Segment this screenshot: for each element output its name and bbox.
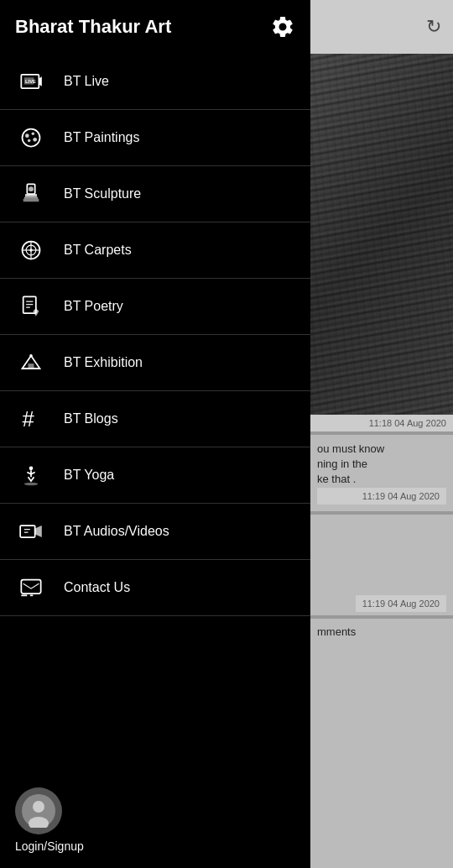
sidebar-item-bt-live[interactable]: LIVE BT Live	[0, 54, 310, 110]
bottom-card-text: mments	[317, 625, 446, 638]
sidebar-item-bt-paintings[interactable]: BT Paintings	[0, 110, 310, 166]
refresh-icon[interactable]: ↻	[426, 16, 441, 38]
sidebar-header: Bharat Thakur Art	[0, 0, 310, 54]
svg-rect-9	[25, 194, 37, 197]
svg-point-26	[29, 467, 34, 471]
sidebar-item-bt-audios-videos[interactable]: BT Audios/Videos	[0, 504, 310, 560]
svg-point-27	[24, 483, 38, 486]
sidebar-label-bt-exhibition: BT Exhibition	[64, 355, 143, 370]
audios-videos-icon	[15, 515, 47, 547]
sidebar-label-contact-us: Contact Us	[64, 580, 130, 595]
svg-rect-11	[23, 199, 39, 202]
timestamp-1: 11:18 04 Aug 2020	[310, 415, 453, 431]
svg-point-3	[23, 129, 40, 147]
sidebar-label-bt-yoga: BT Yoga	[64, 468, 114, 483]
sidebar-footer: Login/Signup	[0, 772, 310, 868]
sidebar-item-bt-carpets[interactable]: BT Carpets	[0, 222, 310, 279]
sidebar-item-bt-poetry[interactable]: BT Poetry	[0, 279, 310, 335]
gear-icon[interactable]	[270, 14, 295, 39]
sidebar-label-bt-sculpture: BT Sculpture	[64, 186, 141, 201]
app-title: Bharat Thakur Art	[15, 16, 171, 38]
svg-point-6	[33, 138, 37, 142]
sidebar-item-contact-us[interactable]: Contact Us	[0, 560, 310, 616]
sidebar: Bharat Thakur Art LIVE BT Live	[0, 0, 310, 868]
sidebar-label-bt-live: BT Live	[64, 74, 109, 89]
svg-point-22	[29, 354, 33, 358]
text-card: ou must know ning in the ke that . 11:19…	[310, 435, 453, 511]
sidebar-item-bt-exhibition[interactable]: BT Exhibition	[0, 335, 310, 391]
avatar[interactable]	[15, 787, 62, 834]
sidebar-label-bt-paintings: BT Paintings	[64, 130, 139, 145]
content-image-1	[310, 54, 453, 415]
svg-rect-24	[29, 363, 34, 369]
svg-text:LIVE: LIVE	[25, 79, 36, 84]
timestamp-2: 11:19 04 Aug 2020	[317, 488, 446, 505]
poetry-icon	[15, 290, 47, 322]
paintings-icon	[15, 122, 47, 154]
bottom-card: mments	[310, 619, 453, 868]
svg-text:#: #	[23, 407, 35, 431]
exhibition-icon	[15, 347, 47, 379]
carpets-icon	[15, 234, 47, 266]
svg-point-7	[28, 139, 31, 143]
live-icon: LIVE	[15, 65, 47, 97]
svg-rect-31	[21, 580, 40, 593]
contact-icon	[15, 572, 47, 604]
sidebar-label-bt-blogs: BT Blogs	[64, 411, 118, 426]
nav-list: LIVE BT Live BT Paintings	[0, 54, 310, 772]
text-card-content: ou must know ning in the ke that .	[317, 442, 446, 488]
sidebar-label-bt-audios-videos: BT Audios/Videos	[64, 524, 169, 539]
sidebar-item-bt-sculpture[interactable]: BT Sculpture	[0, 166, 310, 222]
sidebar-label-bt-poetry: BT Poetry	[64, 299, 123, 314]
svg-rect-10	[24, 197, 38, 199]
sculpture-icon	[15, 178, 47, 210]
svg-point-4	[25, 133, 29, 138]
sidebar-item-bt-blogs[interactable]: # BT Blogs	[0, 391, 310, 447]
content-card-1: 11:18 04 Aug 2020	[310, 54, 453, 431]
svg-point-35	[33, 801, 44, 813]
svg-point-17	[29, 248, 33, 252]
main-panel: ↻ 11:18 04 Aug 2020 ou must know ning in…	[310, 0, 453, 868]
gray-card: 11:19 04 Aug 2020	[310, 515, 453, 615]
login-signup-label[interactable]: Login/Signup	[15, 839, 84, 853]
sidebar-label-bt-carpets: BT Carpets	[64, 243, 132, 258]
yoga-icon	[15, 459, 47, 491]
svg-rect-28	[20, 526, 34, 537]
blogs-icon: #	[15, 403, 47, 435]
sidebar-item-bt-yoga[interactable]: BT Yoga	[0, 447, 310, 504]
svg-point-5	[32, 133, 35, 136]
main-header: ↻	[310, 0, 453, 54]
timestamp-3: 11:19 04 Aug 2020	[356, 595, 446, 612]
svg-point-12	[29, 186, 34, 191]
